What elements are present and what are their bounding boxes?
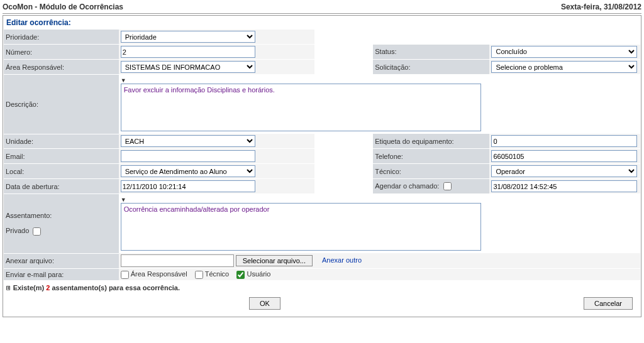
unidade-select[interactable]: EACH	[121, 135, 255, 147]
titlebar: OcoMon - Módulo de Ocorrências Sexta-fei…	[3, 1, 641, 14]
footer-suffix: assentamento(s) para essa ocorrência.	[52, 284, 180, 291]
label-data-abertura: Data de abertura:	[4, 179, 119, 194]
data-abertura-input[interactable]	[121, 180, 255, 192]
telefone-input[interactable]	[491, 150, 637, 162]
label-local: Local:	[4, 164, 119, 179]
email-area-checkbox[interactable]	[121, 271, 129, 279]
descricao-textarea[interactable]: Favor excluir a informação Disciplinas e…	[121, 84, 481, 131]
prioridade-select[interactable]: Prioridade	[121, 31, 255, 43]
label-telefone: Telefone:	[373, 149, 489, 164]
solicitacao-select[interactable]: Selecione o problema	[491, 61, 637, 73]
label-numero: Número:	[4, 45, 119, 60]
section-title: Editar ocorrência:	[4, 16, 640, 30]
label-agendar: Agendar o chamado:	[373, 179, 489, 194]
agendar-label-text: Agendar o chamado:	[375, 182, 439, 190]
label-prioridade: Prioridade:	[4, 30, 119, 45]
select-file-button[interactable]: Selecionar arquivo...	[236, 255, 313, 266]
local-select[interactable]: Serviço de Atendimento ao Aluno	[121, 165, 255, 177]
label-descricao: Descrição:	[4, 75, 119, 134]
app-title: OcoMon - Módulo de Ocorrências	[3, 3, 123, 11]
label-tecnico: Técnico:	[373, 164, 489, 179]
label-enviar-email: Enviar e-mail para:	[4, 269, 119, 281]
email-area-label: Área Responsável	[131, 270, 187, 278]
label-assentamento: Assentamento: Privado	[4, 194, 119, 254]
label-anexar: Anexar arquivo:	[4, 253, 119, 269]
email-input[interactable]	[121, 150, 255, 162]
button-row: OK Cancelar	[4, 293, 640, 316]
form-container: Editar ocorrência: Prioridade: Prioridad…	[3, 15, 641, 317]
agendar-data-input[interactable]	[491, 180, 637, 192]
assentamento-count-row: ⊞ Existe(m) 2 assentamento(s) para essa …	[4, 281, 640, 293]
privado-checkbox[interactable]	[33, 227, 41, 236]
email-usuario-checkbox[interactable]	[236, 271, 245, 279]
assentamento-textarea[interactable]: Ocorrência encaminhada/alterada por oper…	[121, 203, 481, 251]
plus-icon[interactable]: ⊞	[6, 284, 11, 292]
label-unidade: Unidade:	[4, 134, 119, 149]
file-path-box	[121, 254, 234, 267]
chevron-down-icon: ▼	[121, 77, 126, 84]
label-solicitacao: Solicitação:	[373, 60, 489, 75]
status-select[interactable]: Concluído	[491, 46, 637, 58]
email-tecnico-checkbox[interactable]	[195, 271, 203, 279]
area-select[interactable]: SISTEMAS DE INFORMACAO	[121, 61, 255, 73]
edit-form-table: Prioridade: Prioridade Número: Status:	[4, 30, 640, 281]
anexar-outro-link[interactable]: Anexar outro	[314, 256, 362, 264]
tecnico-select[interactable]: Operador	[491, 165, 637, 177]
email-tecnico-label: Técnico	[205, 270, 230, 278]
cancel-button[interactable]: Cancelar	[584, 297, 633, 310]
footer-count: 2	[46, 284, 50, 291]
label-privado: Privado	[6, 227, 29, 234]
label-area: Área Responsável:	[4, 60, 119, 75]
etiqueta-input[interactable]	[491, 135, 637, 147]
label-email: Email:	[4, 149, 119, 164]
chevron-down-icon: ▼	[121, 197, 126, 203]
label-status: Status:	[373, 45, 489, 60]
numero-input[interactable]	[121, 46, 255, 58]
email-usuario-label: Usuário	[247, 270, 271, 278]
footer-prefix: Existe(m)	[13, 284, 45, 291]
agendar-checkbox[interactable]	[443, 182, 452, 190]
label-etiqueta: Etiqueta do equipamento:	[373, 134, 489, 149]
date-display: Sexta-feira, 31/08/2012	[561, 3, 641, 11]
ok-button[interactable]: OK	[249, 297, 280, 310]
